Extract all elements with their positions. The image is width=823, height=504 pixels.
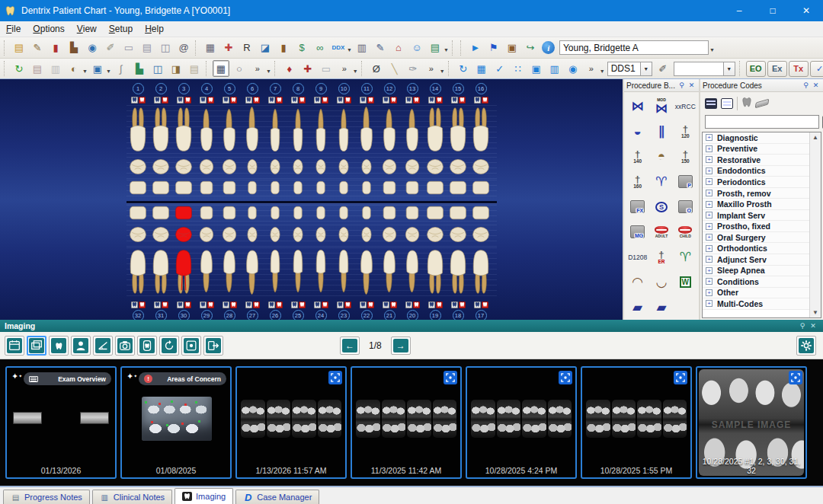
tooth-17-flags[interactable] xyxy=(474,300,488,309)
category-endodontics[interactable]: +Endodontics xyxy=(703,166,809,177)
expand-icon[interactable]: + xyxy=(706,300,713,307)
tooth-32-occlusal[interactable] xyxy=(128,225,148,247)
tooth-number-30[interactable]: 30 xyxy=(178,310,190,320)
tooth-30-facial[interactable] xyxy=(173,247,194,299)
image-thumbnail-7[interactable]: SAMPLE IMAGE10/28/2025 #1, 2, 3, 30, 31,… xyxy=(696,366,807,479)
expand-icon[interactable]: + xyxy=(706,278,713,285)
office-building-icon[interactable]: ⌂ xyxy=(390,40,407,56)
overflow-icon-4[interactable]: » xyxy=(583,60,600,77)
tooth-number-28[interactable]: 28 xyxy=(224,310,235,320)
expand-image-icon[interactable] xyxy=(674,371,687,384)
move-tool-icon[interactable]: ✚ xyxy=(299,60,316,77)
band-button-1[interactable]: ▰ xyxy=(627,297,648,317)
tooth-number-26[interactable]: 26 xyxy=(270,310,281,320)
tooth-30-table[interactable] xyxy=(174,205,194,225)
expand-icon[interactable]: + xyxy=(706,190,713,196)
tooth-12-occlusal[interactable] xyxy=(379,157,399,180)
extraction-button[interactable]: ∥ xyxy=(651,121,672,142)
patient-photo-icon[interactable]: ▣ xyxy=(504,40,520,56)
tooth-12-table[interactable] xyxy=(379,180,399,199)
category-implant-serv[interactable]: +Implant Serv xyxy=(703,210,809,222)
xray-o-button[interactable]: O xyxy=(674,196,696,217)
tooth-11-facial[interactable] xyxy=(356,105,377,157)
paint-selector[interactable]: ▼ xyxy=(674,62,735,76)
tooth-13-facial[interactable] xyxy=(402,105,423,157)
tooth-19-flags[interactable] xyxy=(428,300,443,309)
next-page-button[interactable]: → xyxy=(391,337,411,355)
tooth-4-flags[interactable] xyxy=(200,95,214,104)
tooth-7-flags[interactable] xyxy=(268,95,283,104)
tooth-26-facial[interactable] xyxy=(264,247,286,299)
pin-icon[interactable]: ⚲ xyxy=(797,322,808,330)
expand-icon[interactable]: + xyxy=(706,289,713,296)
tooth-5-flags[interactable] xyxy=(223,95,237,104)
questionnaire-icon[interactable]: ▦ xyxy=(202,40,219,56)
root-canal-tooth-button[interactable]: ♈ xyxy=(651,171,672,192)
exam-stats-icon[interactable]: ▥ xyxy=(546,60,563,77)
web-tooth-icon[interactable]: ◉ xyxy=(84,40,101,56)
tooth-3-occlusal[interactable] xyxy=(174,157,194,180)
tooth-number-1[interactable]: 1 xyxy=(133,83,144,94)
tooth-15-occlusal[interactable] xyxy=(448,157,468,180)
exam-chair-icon[interactable]: ▙ xyxy=(66,40,82,56)
expand-image-icon[interactable] xyxy=(444,371,457,384)
scalpel-icon[interactable]: ╲ xyxy=(386,60,403,77)
tooth-16-flags[interactable] xyxy=(474,95,488,104)
tooth-number-24[interactable]: 24 xyxy=(315,310,327,320)
category-maxillo-prosth[interactable]: +Maxillo Prosth xyxy=(703,199,809,210)
tooth-panel-icon[interactable]: ◨ xyxy=(168,60,184,77)
exam-refresh-icon[interactable]: ↻ xyxy=(455,60,472,77)
tooth-14-table[interactable] xyxy=(425,180,445,199)
image-thumbnail-4[interactable]: 11/3/2025 11:42 AM xyxy=(351,366,462,479)
category-adjunct-serv[interactable]: +Adjunct Serv xyxy=(703,254,809,266)
overflow-icon-3-dropdown[interactable]: ▼ xyxy=(440,69,445,74)
overflow-icon-2-dropdown[interactable]: ▼ xyxy=(353,69,358,74)
tooth-14-flags[interactable] xyxy=(428,95,443,104)
close-button[interactable]: ✕ xyxy=(789,0,823,21)
image-thumbnail-1[interactable]: ✦✦Exam Overview01/13/2026 xyxy=(5,366,117,479)
tooth-1-occlusal[interactable] xyxy=(128,157,148,180)
tooth-27-facial[interactable] xyxy=(242,247,263,299)
tooth-15-facial[interactable] xyxy=(447,105,469,157)
tooth-2-flags[interactable] xyxy=(154,95,168,104)
new-window-icon[interactable]: ▭ xyxy=(120,40,137,56)
tooth-30-occlusal[interactable] xyxy=(174,225,194,247)
expand-icon[interactable]: + xyxy=(706,234,713,241)
tooth-9-table[interactable] xyxy=(311,180,331,199)
maximize-button[interactable]: □ xyxy=(756,0,789,21)
tooth-number-11[interactable]: 11 xyxy=(361,83,373,94)
verify-button[interactable]: ✓ xyxy=(810,61,823,77)
tooth-32-flags[interactable] xyxy=(131,300,146,309)
previous-page-button[interactable]: ← xyxy=(340,337,360,355)
appointments-icon[interactable]: ◫ xyxy=(157,40,174,56)
category-orthodontics[interactable]: +Orthodontics xyxy=(703,243,809,254)
eraser-icon[interactable] xyxy=(755,99,770,109)
expand-image-icon[interactable] xyxy=(328,371,342,384)
tooth-number-7[interactable]: 7 xyxy=(270,83,281,94)
tooth-23-occlusal[interactable] xyxy=(334,225,354,247)
tooth-22-flags[interactable] xyxy=(360,300,374,309)
watch-button[interactable]: W xyxy=(674,272,696,292)
ellipse-tool-icon[interactable]: ○ xyxy=(231,60,248,77)
camera-icon[interactable] xyxy=(115,336,135,356)
tooth-1-facial[interactable] xyxy=(127,105,149,157)
tooth-10-occlusal[interactable] xyxy=(334,157,354,180)
category-other[interactable]: +Other xyxy=(703,288,809,299)
tooth-17-table[interactable] xyxy=(471,205,491,225)
probe-tool-icon[interactable]: Ø xyxy=(368,60,385,77)
tooth-number-23[interactable]: 23 xyxy=(338,310,350,320)
tooth-31-flags[interactable] xyxy=(154,300,168,309)
tooth-32-table[interactable] xyxy=(128,205,148,225)
send-message-icon[interactable]: ↪ xyxy=(522,40,539,56)
tooth-16-occlusal[interactable] xyxy=(471,157,491,180)
tooth-25-facial[interactable] xyxy=(287,247,309,299)
office-journal-icon[interactable]: ▮ xyxy=(275,40,292,56)
tooth-18-flags[interactable] xyxy=(451,300,466,309)
category-restorative[interactable]: +Restorative xyxy=(703,155,809,166)
tooth-28-occlusal[interactable] xyxy=(219,225,239,247)
patient-card-icon[interactable]: ▥ xyxy=(354,40,370,56)
expand-image-icon[interactable] xyxy=(559,371,572,384)
category-periodontics[interactable]: +Periodontics xyxy=(703,177,809,188)
tooth-number-9[interactable]: 9 xyxy=(315,83,327,94)
sealant-button[interactable]: S xyxy=(651,196,672,217)
